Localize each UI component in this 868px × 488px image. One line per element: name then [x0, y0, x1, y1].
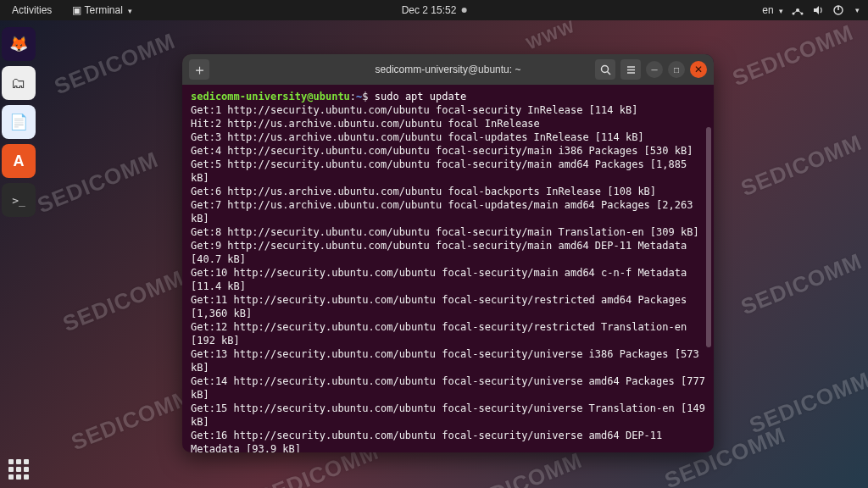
dock-files[interactable]: 🗂 [2, 66, 36, 100]
command-text: sudo apt update [375, 91, 466, 103]
terminal-body[interactable]: sedicomm-university@ubuntu:~$ sudo apt u… [182, 85, 714, 452]
output-line: Get:12 http://security.ubuntu.com/ubuntu… [191, 320, 705, 347]
output-line: Get:6 http://us.archive.ubuntu.com/ubunt… [191, 185, 705, 198]
output-line: Get:14 http://security.ubuntu.com/ubuntu… [191, 374, 705, 402]
dock: 🦊 🗂 📄 A >_ [2, 24, 41, 217]
output-line: Get:4 http://security.ubuntu.com/ubuntu … [191, 144, 705, 158]
chevron-down-icon: ▾ [779, 7, 783, 15]
files-icon: 🗂 [11, 75, 26, 92]
window-title: sedicomm-university@ubuntu: ~ [376, 64, 521, 75]
chevron-down-icon: ▾ [128, 7, 132, 15]
output-line: Get:15 http://security.ubuntu.com/ubuntu… [191, 402, 705, 429]
output-line: Hit:2 http://us.archive.ubuntu.com/ubunt… [191, 117, 705, 130]
output-line: Get:8 http://security.ubuntu.com/ubuntu … [191, 225, 705, 239]
output-line: Get:3 http://us.archive.ubuntu.com/ubunt… [191, 130, 705, 144]
output-line: Get:11 http://security.ubuntu.com/ubuntu… [191, 293, 705, 320]
new-tab-button[interactable]: ＋ [189, 59, 209, 80]
language-indicator[interactable]: en ▾ [762, 4, 783, 16]
close-icon: ✕ [694, 64, 703, 75]
power-icon[interactable] [832, 4, 844, 16]
plus-icon: ＋ [192, 60, 207, 80]
output-line: Get:10 http://security.ubuntu.com/ubuntu… [191, 266, 705, 293]
top-bar: Activities ▣ Terminal ▾ Dec 2 15:52 en ▾… [0, 0, 868, 20]
clock-text: Dec 2 15:52 [402, 4, 457, 16]
output-line: Get:5 http://security.ubuntu.com/ubuntu … [191, 158, 705, 185]
notification-dot-icon [461, 8, 466, 13]
volume-icon[interactable] [812, 4, 824, 16]
document-icon: 📄 [9, 113, 28, 131]
activities-button[interactable]: Activities [8, 3, 55, 18]
minimize-button[interactable]: ─ [646, 61, 663, 78]
terminal-icon: ▣ [72, 4, 81, 16]
chevron-down-icon: ▾ [855, 6, 860, 14]
clock[interactable]: Dec 2 15:52 [402, 4, 467, 16]
output-line: Get:13 http://security.ubuntu.com/ubuntu… [191, 347, 705, 374]
scrollbar[interactable] [706, 127, 711, 347]
show-applications-button[interactable] [8, 459, 29, 480]
minimize-icon: ─ [651, 65, 657, 75]
firefox-icon: 🦊 [9, 35, 28, 53]
app-menu-label: Terminal [84, 4, 122, 16]
output-line: Get:9 http://security.ubuntu.com/ubuntu … [191, 239, 705, 266]
svg-line-6 [607, 71, 610, 75]
prompt-line: sedicomm-university@ubuntu:~$ sudo apt u… [191, 90, 705, 103]
hamburger-icon [626, 64, 637, 75]
search-button[interactable] [595, 59, 615, 80]
network-icon[interactable] [792, 4, 804, 16]
app-menu[interactable]: ▣ Terminal ▾ [69, 3, 136, 18]
output-line: Get:16 http://security.ubuntu.com/ubuntu… [191, 429, 705, 452]
svg-point-5 [601, 65, 608, 72]
software-icon: A [14, 152, 25, 170]
maximize-icon: □ [674, 65, 679, 75]
terminal-window: ＋ sedicomm-university@ubuntu: ~ ─ □ ✕ [182, 54, 714, 452]
search-icon [600, 64, 611, 75]
hamburger-menu-button[interactable] [620, 59, 641, 80]
dock-document[interactable]: 📄 [2, 105, 36, 139]
output-line: Get:7 http://us.archive.ubuntu.com/ubunt… [191, 198, 705, 225]
window-titlebar[interactable]: ＋ sedicomm-university@ubuntu: ~ ─ □ ✕ [182, 54, 714, 85]
output-line: Get:1 http://security.ubuntu.com/ubuntu … [191, 103, 705, 117]
terminal-output: Get:1 http://security.ubuntu.com/ubuntu … [191, 103, 705, 452]
dock-terminal[interactable]: >_ [2, 183, 36, 217]
maximize-button[interactable]: □ [668, 61, 685, 78]
dock-software[interactable]: A [2, 144, 36, 178]
close-button[interactable]: ✕ [690, 61, 707, 78]
dock-firefox[interactable]: 🦊 [2, 27, 36, 61]
prompt-user-host: sedicomm-university@ubuntu [191, 91, 350, 103]
terminal-icon: >_ [12, 194, 25, 207]
